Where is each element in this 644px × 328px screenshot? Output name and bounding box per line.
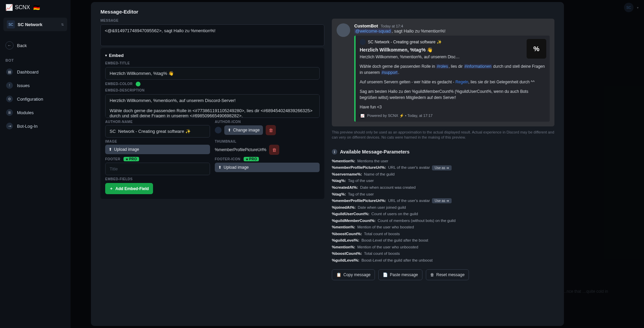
copy-message-button[interactable]: 📋 Copy message (332, 269, 375, 280)
trash-icon: 🗑 (269, 128, 273, 133)
author-name-label: AUTHOR-NAME (105, 120, 210, 124)
parameter-row: %memberProfilePictureUrl%: URL of the us… (332, 164, 554, 171)
message-editor-modal: Message-Editor MESSAGE <@&91497174894709… (91, 2, 564, 326)
parameter-key: %tag%: (332, 191, 346, 198)
footer-icon-label: FOOTER-ICON PRO (215, 157, 320, 161)
embed-line: Sag am besten Hallo zu den %guildMemberC… (360, 88, 546, 101)
author-icon (360, 39, 366, 45)
embed-author: SC Network - Creating great software ✨ (360, 39, 546, 45)
parameter-key: %tag%: (332, 178, 346, 184)
clipboard-icon: 🗎 (6, 109, 13, 116)
change-image-button[interactable]: ⬆ Change image (224, 125, 263, 135)
bot-name: CustomBot (354, 23, 378, 28)
sidebar: SC SC Network ⇅ ← Back BOT ▦ Dashboard !… (0, 15, 71, 328)
channel-link: #roles (436, 64, 449, 69)
embed-line: Wähle doch gerne die passenden Rolle in … (360, 63, 546, 76)
parameter-desc: Boost-Level of the guild after the boost (361, 237, 428, 244)
delete-thumbnail-button[interactable]: 🗑 (269, 145, 279, 155)
parameter-key: %memberProfilePictureUrl%: (332, 164, 386, 171)
paste-message-button[interactable]: 📄 Paste message (378, 269, 422, 280)
back-label: Back (17, 43, 27, 48)
parameter-desc: URL of the user's avatar (388, 198, 430, 204)
footer-input[interactable] (105, 163, 210, 175)
footer-icon: 📈 (360, 113, 365, 118)
back-button[interactable]: ← Back (3, 35, 67, 57)
nav-dashboard[interactable]: ▦ Dashboard (3, 65, 67, 79)
embed-title-label: EMBED-TITLE (105, 61, 320, 65)
message-preview-text: @welcome-squad, sagt Hallo zu %mention%! (354, 28, 550, 34)
parameter-row: %joinedAt%: Date when user joined guild (332, 204, 554, 211)
channel-link: #support (381, 70, 398, 75)
parameter-row: %mention%: Mentions the user (332, 158, 554, 165)
parameter-row: %boostCount%: Total count of boosts (332, 250, 554, 257)
parameters-heading: i Available Message-Parameters (332, 149, 554, 155)
message-input[interactable]: <@&914971748947095562>, sagt Hallo zu %m… (100, 24, 324, 46)
parameter-row: %mention%: Mention of the user who boost… (332, 224, 554, 231)
thumbnail-value: %memberProfilePictureUrl% (215, 147, 266, 152)
discord-preview: CustomBot Today at 17:4 @welcome-squad, … (332, 19, 554, 126)
embed-line: Auf unserem Servern gelten - wer hätte e… (360, 79, 546, 85)
parameter-desc: Boost-Level of the guild after the unboo… (361, 257, 433, 264)
embed-thumbnail: % (527, 39, 546, 59)
footer-label: FOOTER PRO (105, 157, 210, 161)
embed-description-label: EMBED-DESCRIPTION (105, 88, 320, 92)
parameter-key: %boostCount%: (332, 250, 362, 257)
parameter-key: %mention%: (332, 244, 355, 251)
message-label: MESSAGE (100, 19, 324, 22)
embed-color-label: EMBED-COLOR (105, 82, 320, 86)
parameter-desc: Mention of the user who boosted (357, 224, 414, 231)
sliders-icon: ⚙ (6, 96, 13, 102)
color-swatch[interactable] (136, 82, 140, 86)
guild-selector[interactable]: SC SC Network ⇅ (3, 18, 67, 31)
updown-icon: ⇅ (61, 23, 64, 26)
upload-image-button[interactable]: ⬆ Upload image (105, 145, 210, 154)
nav-bot-log-in[interactable]: ⇥ Bot-Log-In (3, 119, 67, 133)
preview-disclaimer: This preview should only be used as an a… (332, 130, 554, 140)
embed-title: Herzlich Willkommen, %tag% 👋 (360, 47, 546, 53)
parameter-desc: Name of the guild (364, 171, 395, 178)
nav-issues[interactable]: ! Issues (3, 79, 67, 92)
section-label: BOT (3, 57, 67, 65)
arrow-left-icon: ← (5, 41, 14, 49)
nav-label: Modules (17, 110, 34, 115)
parameter-key: %memberProfilePictureUrl%: (332, 198, 386, 204)
parameter-desc: Tag of the user (348, 178, 374, 184)
use-as-button[interactable]: Use as ➜ (432, 198, 452, 203)
parameter-row: %guildLevel%: Boost-Level of the guild a… (332, 257, 554, 264)
logo-icon: 📈 (5, 4, 13, 11)
nav-modules[interactable]: 🗎 Modules (3, 106, 67, 119)
image-label: IMAGE (105, 140, 210, 143)
upload-footer-icon-button[interactable]: ⬆ Upload image (215, 163, 320, 172)
alert-icon: ! (6, 82, 13, 89)
parameter-key: %guildLevel%: (332, 237, 359, 244)
delete-author-icon-button[interactable]: 🗑 (266, 125, 276, 135)
upload-icon: ⬆ (218, 165, 222, 170)
parameter-row: %createdAt%: Date when account was creat… (332, 184, 554, 191)
embed-toggle[interactable]: ▾ Embed (105, 53, 320, 58)
embed-preview: SC Network - Creating great software ✨ H… (354, 36, 550, 122)
parameter-desc: Count of users on the guild (372, 211, 418, 218)
nav-label: Bot-Log-In (17, 124, 38, 129)
parameter-row: %memberProfilePictureUrl%: URL of the us… (332, 198, 554, 204)
guild-icon: SC (7, 20, 15, 28)
thumbnail-label: THUMBNAIL (215, 140, 320, 143)
nav-configuration[interactable]: ⚙ Configuration (3, 92, 67, 106)
parameter-key: %joinedAt%: (332, 204, 356, 211)
upload-icon: ⬆ (228, 128, 231, 132)
add-embed-field-button[interactable]: ＋ Add Embed-Field (105, 183, 153, 194)
parameter-desc: Total count of boosts (364, 250, 400, 257)
modal-title: Message-Editor (100, 9, 554, 15)
author-name-input[interactable] (105, 125, 210, 138)
parameter-key: %servername%: (332, 171, 362, 178)
embed-title-input[interactable] (105, 67, 320, 80)
channel-link: #informationen (464, 64, 492, 69)
parameter-desc: URL of the user's avatar (388, 164, 430, 171)
use-as-button[interactable]: Use as ➜ (432, 165, 452, 170)
parameter-key: %createdAt%: (332, 184, 358, 191)
reset-message-button[interactable]: 🗑 Reset message (426, 269, 469, 280)
parameter-key: %mention%: (332, 158, 355, 165)
parameter-desc: Tag of the user (348, 191, 374, 198)
parameter-row: %mention%: Mention of the user who unboo… (332, 244, 554, 251)
preview-pane: CustomBot Today at 17:4 @welcome-squad, … (332, 19, 554, 319)
embed-description-input[interactable]: Herzlich Willkommen, %mention%, auf unse… (105, 94, 320, 118)
